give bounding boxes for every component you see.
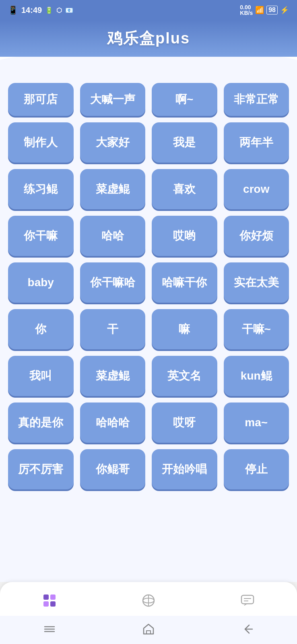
btn-baby[interactable]: baby [8, 262, 74, 303]
btn-ni-ganma-ha[interactable]: 你干嘛哈 [80, 262, 146, 303]
btn-feichang-zhengchang[interactable]: 非常正常 [224, 83, 289, 116]
btn-gan[interactable]: 干 [80, 309, 146, 349]
btn-yingwen-ming[interactable]: 英文名 [152, 356, 217, 396]
planet-icon [140, 592, 157, 609]
nav-chat[interactable] [227, 589, 268, 612]
btn-ganma-tilde[interactable]: 干嘛~ [224, 309, 289, 349]
status-bar: 📱 14:49 🔋 ⬡ 📧 0.00KB/s 📶 98 ⚡ [0, 0, 297, 20]
main-content: 那可店 大喊一声 啊~ 非常正常 制作人 大家好 我是 两年半 练习鲲 菜虚鲲 … [0, 79, 297, 582]
btn-nake-dian[interactable]: 那可店 [8, 83, 74, 116]
app-title: 鸡乐盒plus [0, 24, 297, 57]
chat-icon [239, 592, 256, 609]
btn-ha-ma-gan-ni[interactable]: 哈嘛干你 [152, 262, 217, 303]
btn-ma[interactable]: 嘛 [152, 309, 217, 349]
btn-crow[interactable]: crow [224, 169, 289, 209]
nav-discover[interactable] [128, 589, 169, 612]
system-navigation [0, 616, 297, 644]
status-icon3: 📧 [65, 6, 73, 14]
bottom-navigation [0, 582, 297, 616]
button-grid: 制作人 大家好 我是 两年半 练习鲲 菜虚鲲 喜欢 crow 你干嘛 哈哈 哎哟… [8, 122, 289, 489]
btn-wo-shi[interactable]: 我是 [152, 122, 217, 163]
status-time: 14:49 [21, 6, 42, 15]
status-left: 📱 14:49 🔋 ⬡ 📧 [8, 5, 73, 15]
partial-button-row: 那可店 大喊一声 啊~ 非常正常 [8, 83, 289, 116]
svg-rect-0 [43, 594, 49, 600]
back-button[interactable] [240, 622, 255, 638]
btn-dahan-yisheng[interactable]: 大喊一声 [80, 83, 146, 116]
wifi-icon: 📶 [255, 6, 264, 14]
status-icon1: 🔋 [45, 6, 53, 14]
btn-ha-ha-ha[interactable]: 哈哈哈 [80, 402, 146, 443]
svg-rect-3 [50, 601, 56, 607]
nav-home[interactable] [29, 589, 70, 612]
btn-liang-nian-ban[interactable]: 两年半 [224, 122, 289, 163]
btn-lianxi-kun[interactable]: 练习鲲 [8, 169, 74, 209]
status-icon2: ⬡ [56, 6, 62, 14]
btn-caixu-kun2[interactable]: 菜虚鲲 [80, 356, 146, 396]
btn-tingzhi[interactable]: 停止 [224, 449, 289, 489]
btn-ni[interactable]: 你 [8, 309, 74, 349]
btn-xi-huan[interactable]: 喜欢 [152, 169, 217, 209]
btn-zhizuoren[interactable]: 制作人 [8, 122, 74, 163]
btn-wo-jiao[interactable]: 我叫 [8, 356, 74, 396]
btn-ai-ya[interactable]: 哎呀 [152, 402, 217, 443]
btn-dajia-hao[interactable]: 大家好 [80, 122, 146, 163]
btn-a-tilde[interactable]: 啊~ [152, 83, 217, 116]
btn-kaishi-yinchang[interactable]: 开始吟唱 [152, 449, 217, 489]
cloud-decoration [0, 57, 297, 79]
btn-ni-ganma[interactable]: 你干嘛 [8, 216, 74, 256]
svg-rect-7 [241, 595, 254, 604]
btn-shizai-taimei[interactable]: 实在太美 [224, 262, 289, 303]
grid-icon [41, 592, 58, 609]
battery-level: 98 [266, 6, 278, 14]
svg-rect-2 [43, 601, 49, 607]
btn-zhende-shini[interactable]: 真的是你 [8, 402, 74, 443]
status-sim: 📱 [8, 5, 18, 15]
btn-ai-yo[interactable]: 哎哟 [152, 216, 217, 256]
home-button[interactable] [141, 622, 156, 638]
app-header: 鸡乐盒plus [0, 20, 297, 79]
menu-button[interactable] [42, 622, 57, 638]
svg-rect-1 [50, 594, 56, 600]
btn-ma-tilde[interactable]: ma~ [224, 402, 289, 443]
btn-li-bu-lihai[interactable]: 厉不厉害 [8, 449, 74, 489]
btn-kun-kun[interactable]: kun鲲 [224, 356, 289, 396]
btn-ni-kun-ge[interactable]: 你鲲哥 [80, 449, 146, 489]
charging-icon: ⚡ [280, 6, 289, 14]
btn-ni-hao-fan[interactable]: 你好烦 [224, 216, 289, 256]
status-right: 0.00KB/s 📶 98 ⚡ [240, 4, 289, 16]
btn-caixu-kun[interactable]: 菜虚鲲 [80, 169, 146, 209]
network-speed: 0.00KB/s [240, 4, 253, 16]
btn-ha-ha[interactable]: 哈哈 [80, 216, 146, 256]
